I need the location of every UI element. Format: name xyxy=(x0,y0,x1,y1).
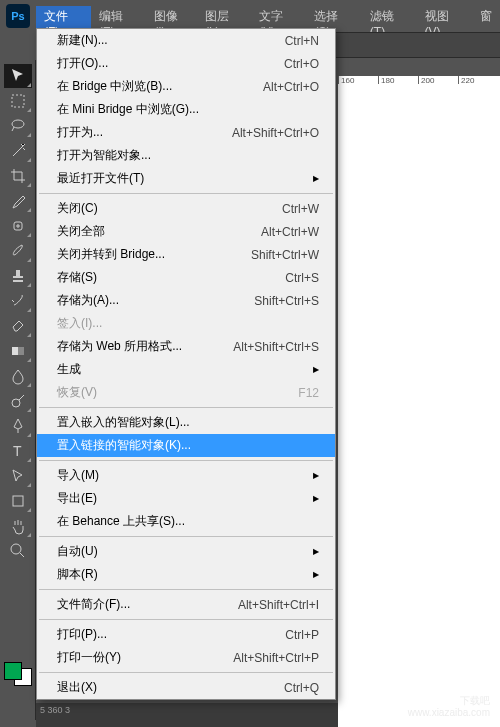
menu-entry[interactable]: 最近打开文件(T)▶ xyxy=(37,167,335,190)
menu-item[interactable]: 窗 xyxy=(472,6,500,28)
svg-rect-5 xyxy=(12,95,24,107)
gradient-tool[interactable] xyxy=(4,339,32,363)
menu-entry[interactable]: 脚本(R)▶ xyxy=(37,563,335,586)
menu-separator xyxy=(39,589,333,590)
menu-entry[interactable]: 在 Bridge 中浏览(B)...Alt+Ctrl+O xyxy=(37,75,335,98)
history-brush-tool[interactable] xyxy=(4,289,32,313)
menu-entry[interactable]: 导出(E)▶ xyxy=(37,487,335,510)
blur-tool[interactable] xyxy=(4,364,32,388)
submenu-arrow-icon: ▶ xyxy=(313,471,319,480)
watermark: 下载吧 www.xiazaiba.com xyxy=(408,695,490,719)
zoom-tool[interactable] xyxy=(4,539,32,563)
hand-tool[interactable] xyxy=(4,514,32,538)
menu-entry[interactable]: 关闭(C)Ctrl+W xyxy=(37,197,335,220)
menu-item[interactable]: 图像(I) xyxy=(146,6,197,28)
menu-item[interactable]: 视图(V) xyxy=(417,6,472,28)
menu-entry[interactable]: 文件简介(F)...Alt+Shift+Ctrl+I xyxy=(37,593,335,616)
crop-tool[interactable] xyxy=(4,164,32,188)
eraser-tool[interactable] xyxy=(4,314,32,338)
app-icon: Ps xyxy=(6,4,30,28)
svg-text:T: T xyxy=(13,443,22,459)
menu-separator xyxy=(39,672,333,673)
submenu-arrow-icon: ▶ xyxy=(313,494,319,503)
menu-entry[interactable]: 打开为智能对象... xyxy=(37,144,335,167)
ruler-horizontal: 160180200220 xyxy=(338,76,500,92)
menu-item[interactable]: 编辑(E) xyxy=(91,6,146,28)
menu-entry[interactable]: 导入(M)▶ xyxy=(37,464,335,487)
svg-point-10 xyxy=(12,399,20,407)
submenu-arrow-icon: ▶ xyxy=(313,570,319,579)
submenu-arrow-icon: ▶ xyxy=(313,547,319,556)
menu-separator xyxy=(39,193,333,194)
path-select-tool[interactable] xyxy=(4,464,32,488)
wand-tool[interactable] xyxy=(4,139,32,163)
healing-tool[interactable] xyxy=(4,214,32,238)
brush-tool[interactable] xyxy=(4,239,32,263)
menu-entry[interactable]: 关闭全部Alt+Ctrl+W xyxy=(37,220,335,243)
menubar: 文件(F)编辑(E)图像(I)图层(L)文字(Y)选择(S)滤镜(T)视图(V)… xyxy=(36,6,500,28)
dodge-tool[interactable] xyxy=(4,389,32,413)
marquee-tool[interactable] xyxy=(4,89,32,113)
menu-entry[interactable]: 新建(N)...Ctrl+N xyxy=(37,29,335,52)
menu-separator xyxy=(39,536,333,537)
menu-entry[interactable]: 存储为(A)...Shift+Ctrl+S xyxy=(37,289,335,312)
menu-item[interactable]: 选择(S) xyxy=(306,6,361,28)
menu-entry[interactable]: 在 Mini Bridge 中浏览(G)... xyxy=(37,98,335,121)
menu-entry[interactable]: 打开(O)...Ctrl+O xyxy=(37,52,335,75)
menu-entry[interactable]: 打开为...Alt+Shift+Ctrl+O xyxy=(37,121,335,144)
menu-item[interactable]: 文字(Y) xyxy=(251,6,306,28)
move-tool[interactable] xyxy=(4,64,32,88)
shape-tool[interactable] xyxy=(4,489,32,513)
text-tool[interactable]: T xyxy=(4,439,32,463)
menu-separator xyxy=(39,407,333,408)
menu-entry[interactable]: 打印(P)...Ctrl+P xyxy=(37,623,335,646)
menu-item[interactable]: 滤镜(T) xyxy=(362,6,417,28)
svg-rect-9 xyxy=(12,347,18,355)
svg-point-13 xyxy=(11,544,21,554)
menu-entry: 恢复(V)F12 xyxy=(37,381,335,404)
file-menu-dropdown: 新建(N)...Ctrl+N打开(O)...Ctrl+O在 Bridge 中浏览… xyxy=(36,28,336,700)
svg-point-6 xyxy=(12,120,24,128)
canvas-area[interactable]: 下载吧 www.xiazaiba.com xyxy=(338,92,500,727)
menu-entry[interactable]: 生成▶ xyxy=(37,358,335,381)
menu-separator xyxy=(39,619,333,620)
pen-tool[interactable] xyxy=(4,414,32,438)
menu-entry[interactable]: 在 Behance 上共享(S)... xyxy=(37,510,335,533)
menu-item[interactable]: 文件(F) xyxy=(36,6,91,28)
menu-entry[interactable]: 置入链接的智能对象(K)... xyxy=(37,434,335,457)
menu-entry[interactable]: 关闭并转到 Bridge...Shift+Ctrl+W xyxy=(37,243,335,266)
menu-entry[interactable]: 存储(S)Ctrl+S xyxy=(37,266,335,289)
lasso-tool[interactable] xyxy=(4,114,32,138)
menu-item[interactable]: 图层(L) xyxy=(197,6,251,28)
menu-entry[interactable]: 退出(X)Ctrl+Q xyxy=(37,676,335,699)
svg-rect-12 xyxy=(13,496,23,506)
stamp-tool[interactable] xyxy=(4,264,32,288)
menu-entry[interactable]: 存储为 Web 所用格式...Alt+Shift+Ctrl+S xyxy=(37,335,335,358)
status-strip: 5 360 3 xyxy=(36,703,338,727)
menu-entry: 签入(I)... xyxy=(37,312,335,335)
left-toolbar: T xyxy=(0,60,36,720)
submenu-arrow-icon: ▶ xyxy=(313,174,319,183)
menu-entry[interactable]: 自动(U)▶ xyxy=(37,540,335,563)
menu-entry[interactable]: 置入嵌入的智能对象(L)... xyxy=(37,411,335,434)
menu-entry[interactable]: 打印一份(Y)Alt+Shift+Ctrl+P xyxy=(37,646,335,669)
eyedropper-tool[interactable] xyxy=(4,189,32,213)
submenu-arrow-icon: ▶ xyxy=(313,365,319,374)
foreground-swatch[interactable] xyxy=(4,662,22,680)
menu-separator xyxy=(39,460,333,461)
